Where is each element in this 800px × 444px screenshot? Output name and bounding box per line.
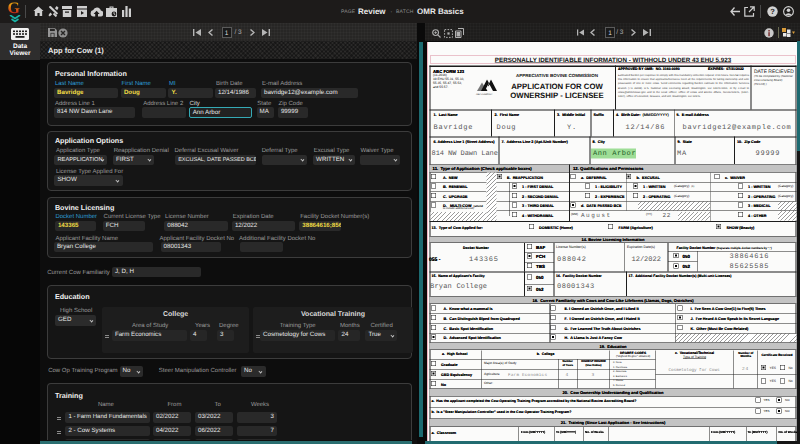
svg-text:?: ? — [770, 7, 775, 16]
